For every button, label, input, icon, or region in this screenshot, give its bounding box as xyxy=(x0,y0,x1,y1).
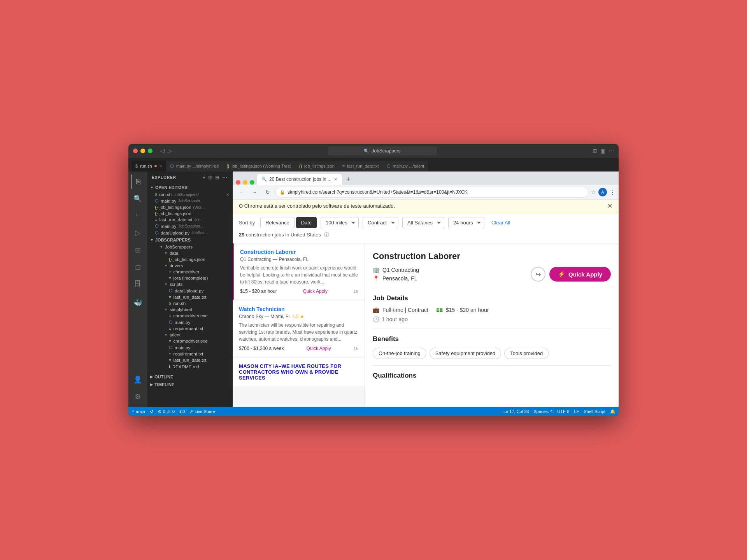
open-editors-section[interactable]: ▼ OPEN EDITORS xyxy=(147,184,232,191)
distance-select[interactable]: 100 miles xyxy=(321,217,359,228)
minimize-button[interactable] xyxy=(140,149,145,153)
git-branch-item[interactable]: ⑂ main xyxy=(132,409,145,414)
jobscrappers-section[interactable]: ▼ JOBSCRAPPERS xyxy=(147,236,232,244)
vscode-address-bar[interactable]: 🔍 JobScrappers xyxy=(328,147,437,155)
open-editor-dataupload[interactable]: ⬡ dataUpload.py JobSco... xyxy=(147,229,232,236)
job-card-quick-apply-1[interactable]: Quick Apply xyxy=(303,289,328,294)
live-share-item[interactable]: ↗ Live Share xyxy=(189,409,215,414)
accounts-icon[interactable]: 👤 xyxy=(131,373,145,387)
file-chromedriver-exe-simplyhired[interactable]: ≡ chromedriver.exe xyxy=(147,313,232,319)
extensions-icon[interactable]: ⊞ xyxy=(131,243,145,257)
split-editor-icon[interactable]: ⊞ xyxy=(593,148,597,154)
tab-job-listings-working[interactable]: {} job_listings.json (Working Tree) xyxy=(223,161,295,172)
file-run-sh[interactable]: $ run.sh xyxy=(147,300,232,306)
info-item[interactable]: ℹ 0 xyxy=(179,409,185,414)
forward-button[interactable]: ▷ xyxy=(168,148,172,154)
share-button[interactable]: ↪ xyxy=(531,267,545,282)
more-options-icon[interactable]: ⋯ xyxy=(222,175,228,180)
min-salary-select[interactable]: All Salaries xyxy=(402,217,444,228)
search-icon[interactable]: 🔍 xyxy=(131,192,145,206)
open-editor-job-listings-working[interactable]: {} job_listings.json (Wor... xyxy=(147,204,232,210)
job-card-3[interactable]: MASON CITY IA–WE HAVE ROUTES FOR CONTRAC… xyxy=(233,358,365,387)
spaces-item[interactable]: Spaces: 4 xyxy=(533,409,552,414)
file-chromedriver[interactable]: ≡ chromedriver xyxy=(147,269,232,275)
file-last-run-date-scripts[interactable]: ≡ last_run_date.txt xyxy=(147,294,232,300)
close-button[interactable] xyxy=(133,149,138,153)
settings-icon[interactable]: ⚙ xyxy=(131,390,145,404)
folder-data[interactable]: ▼ data xyxy=(147,250,232,256)
folder-talent[interactable]: ▼ talent xyxy=(147,332,232,338)
tab-close-button[interactable]: ✕ xyxy=(159,164,162,168)
automation-close-btn[interactable]: ✕ xyxy=(607,202,612,210)
collapse-icon[interactable]: ⊟ xyxy=(215,175,220,180)
tab-run-sh[interactable]: $ run.sh ✕ xyxy=(132,161,166,172)
sync-icon-item[interactable]: ↺ xyxy=(150,409,153,414)
file-main-py-talent[interactable]: ⬡ main.py xyxy=(147,344,232,351)
file-last-run-date-talent[interactable]: ≡ last_run_date.txt xyxy=(147,357,232,363)
open-editor-job-listings[interactable]: {} job_listings.json xyxy=(147,210,232,217)
quick-apply-button[interactable]: ⚡ Quick Apply xyxy=(549,267,611,282)
layout-icon[interactable]: ▣ xyxy=(600,148,605,154)
errors-item[interactable]: ⊘ 0 ⚠ 0 xyxy=(158,409,175,414)
folder-drivers[interactable]: ▼ drivers xyxy=(147,262,232,269)
more-icon[interactable]: ⋯ xyxy=(608,148,614,154)
file-requirement-txt-simplyhired[interactable]: ≡ requirement.txt xyxy=(147,326,232,332)
source-control-icon[interactable]: ⑂ xyxy=(131,209,145,223)
open-editor-last-run-date[interactable]: ≡ last_run_date.txt Job... xyxy=(147,217,232,223)
browser-maximize-btn[interactable] xyxy=(250,180,254,185)
encoding-item[interactable]: UTF-8 xyxy=(557,409,569,414)
folder-jobscrappers[interactable]: ▼ JobScrappers xyxy=(147,244,232,250)
sort-relevance-btn[interactable]: Relevance xyxy=(260,217,294,228)
timeline-section[interactable]: ▶ TIMELINE xyxy=(147,381,232,388)
browser-profile-icon[interactable]: A xyxy=(598,188,607,196)
browser-tab-active[interactable]: 🔍 20 Best construction jobs in ... ✕ xyxy=(257,174,342,185)
language-item[interactable]: Shell Script xyxy=(584,409,605,414)
job-card-quick-apply-2[interactable]: Quick Apply xyxy=(306,346,331,351)
run-debug-icon[interactable]: ▷ xyxy=(131,226,145,240)
outline-section[interactable]: ▶ OUTLINE xyxy=(147,373,232,381)
open-editor-main-py[interactable]: ⬡ main.py JobScrapper... xyxy=(147,198,232,204)
folder-scripts[interactable]: ▼ scripts xyxy=(147,281,232,287)
new-folder-icon[interactable]: ⊡ xyxy=(208,175,213,180)
browser-close-btn[interactable] xyxy=(236,180,240,185)
tab-job-listings[interactable]: {} job_listings.json xyxy=(295,161,338,172)
browser-back-btn[interactable]: ← xyxy=(236,187,247,198)
bookmark-icon[interactable]: ☆ xyxy=(591,189,596,195)
job-type-select[interactable]: Contract xyxy=(363,217,398,228)
folder-simplyhired[interactable]: ▼ simplyhired xyxy=(147,306,232,313)
job-card-2[interactable]: Watch Technician Chrono Sky — Miami, FL … xyxy=(233,301,365,358)
new-file-icon[interactable]: + xyxy=(202,175,206,180)
docker-icon[interactable]: 🐳 xyxy=(131,296,145,310)
browser-tab-close-btn[interactable]: ✕ xyxy=(334,177,337,182)
browser-reload-btn[interactable]: ↻ xyxy=(262,187,273,198)
browser-forward-btn[interactable]: → xyxy=(249,187,260,198)
file-requirement-txt-talent[interactable]: ≡ requirement.txt xyxy=(147,351,232,357)
database-icon[interactable]: 🗄 xyxy=(131,277,145,291)
date-added-select[interactable]: 24 hours xyxy=(448,217,484,228)
new-tab-button[interactable]: + xyxy=(343,174,354,185)
results-info-icon[interactable]: ⓘ xyxy=(324,232,329,238)
browser-menu-icon[interactable]: ⋮ xyxy=(609,189,615,196)
close-editor-button[interactable]: ✕ xyxy=(226,192,229,197)
open-editor-run-sh[interactable]: $ run.sh JobScrappers/ ✕ xyxy=(147,191,232,198)
file-jora[interactable]: ≡ jora (imcomplete) xyxy=(147,275,232,281)
file-readme[interactable]: ℹ README.md xyxy=(147,363,232,370)
file-dataupload-py[interactable]: ⬡ dataUpload.py xyxy=(147,287,232,294)
back-button[interactable]: ◁ xyxy=(160,148,165,154)
notification-bell-item[interactable]: 🔔 xyxy=(610,409,615,414)
browser-address-bar[interactable]: 🔒 simplyhired.com/search?q=construction&… xyxy=(275,187,589,198)
open-editor-main-py-talent[interactable]: ⬡ main.py JobScrapper... xyxy=(147,223,232,229)
browser-minimize-btn[interactable] xyxy=(243,180,247,185)
tab-main-py-talent[interactable]: ⬡ main.py .../talent xyxy=(383,161,428,172)
job-card-1[interactable]: Construction Laborer Q1 Contracting — Pe… xyxy=(233,243,365,301)
maximize-button[interactable] xyxy=(148,149,153,153)
tab-last-run-date[interactable]: ≡ last_run_date.txt xyxy=(338,161,383,172)
file-main-py-simplyhired[interactable]: ⬡ main.py xyxy=(147,319,232,326)
file-chromedriver-exe-talent[interactable]: ≡ chromedriver.exe xyxy=(147,338,232,344)
tab-main-py-simplyhired[interactable]: ⬡ main.py .../simplyhired xyxy=(166,161,223,172)
line-col-item[interactable]: Ln 17, Col 38 xyxy=(503,409,529,414)
explorer-icon[interactable]: ⎘ xyxy=(131,175,145,189)
file-job-listings-json[interactable]: {} job_listings.json xyxy=(147,256,232,262)
clear-all-link[interactable]: Clear All xyxy=(491,220,510,226)
sort-date-btn[interactable]: Date xyxy=(296,217,317,228)
